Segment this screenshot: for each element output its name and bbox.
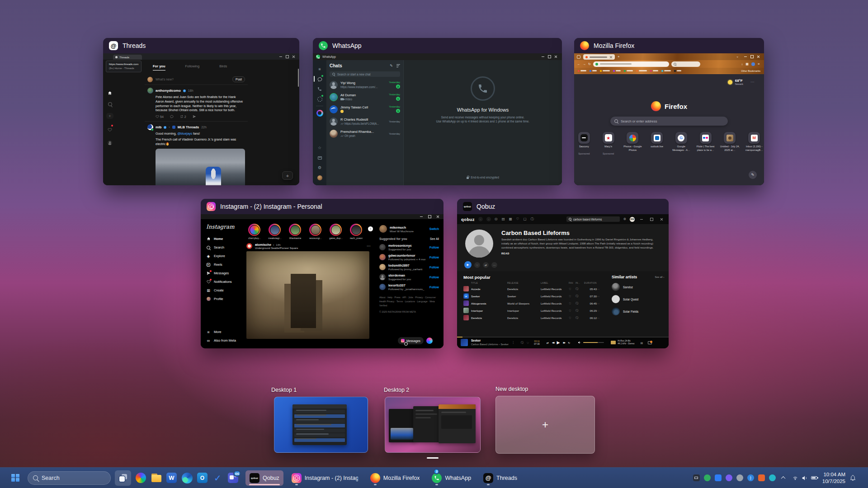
whatsapp-outline-logo bbox=[471, 76, 495, 101]
taskbar-app-threads[interactable]: @ Threads bbox=[479, 470, 521, 486]
notification-bell-icon[interactable] bbox=[849, 474, 856, 481]
window-thumbnail-qobuz[interactable]: qobuz Qobuz qobuz ‹ › ◎ ▤ ▦ ♡ ▢ ⓘ carbon… bbox=[457, 199, 669, 348]
task-view-button[interactable] bbox=[115, 470, 131, 486]
tray-app-icon-orange[interactable] bbox=[758, 474, 765, 481]
downloads-icon: ↓ bbox=[741, 62, 743, 66]
track-table-header: TITLE RELEASE LABEL FAV. IN… DURATION bbox=[463, 282, 606, 284]
reels-icon: ▶ bbox=[206, 263, 211, 267]
story-item: woosungi... bbox=[307, 223, 324, 239]
maximize-icon bbox=[749, 54, 755, 59]
browser-tab: Threads bbox=[113, 55, 142, 60]
avatar bbox=[330, 105, 338, 113]
info-icon: ⓘ bbox=[531, 217, 534, 221]
outlook-button[interactable]: O bbox=[197, 472, 208, 483]
favorites-icon: ♡ bbox=[516, 217, 519, 221]
album-art bbox=[463, 300, 469, 306]
tab-url: https://www.threads.com bbox=[109, 62, 138, 66]
instagram-right-panel: mikemuchMixel W Muchmore Switch Suggeste… bbox=[374, 219, 443, 348]
volume-icon bbox=[802, 475, 808, 481]
messages-floating-button: Messages bbox=[398, 337, 424, 344]
unread-badge: 1 bbox=[396, 97, 400, 101]
battery-icon bbox=[811, 476, 817, 480]
repost-count: 2 bbox=[184, 115, 186, 118]
qobuz-wordmark: qobuz bbox=[461, 217, 475, 222]
taskbar-app-firefox[interactable]: Mozilla Firefox bbox=[366, 470, 424, 486]
taskbar-app-whatsapp[interactable]: 3 WhatsApp bbox=[428, 470, 475, 486]
meta-icon: ∞ bbox=[206, 338, 211, 343]
taskbar-app-instagram[interactable]: Instagram - (2) Instagra bbox=[288, 470, 362, 486]
window-title: Qobuz bbox=[476, 203, 495, 210]
tab-title-line: (9+) Home - Threads bbox=[109, 66, 138, 70]
read-receipt-icon bbox=[340, 134, 343, 137]
instagram-wordmark: Instagram bbox=[206, 224, 240, 230]
track-row: Accede Derelicts Leftfield Records ♡ ⓘ 0… bbox=[463, 285, 606, 292]
more-button: ⋯ bbox=[491, 262, 497, 268]
tray-app-icon-gray[interactable] bbox=[736, 474, 743, 481]
player-bar: Seeker Carbon Based Lifeforms – Seeker ⋮… bbox=[457, 337, 669, 348]
edge-button[interactable] bbox=[181, 472, 193, 483]
tray-app-icon-purple[interactable] bbox=[726, 474, 732, 481]
search-input[interactable] bbox=[42, 475, 96, 481]
todo-button[interactable]: ✓ bbox=[212, 472, 223, 483]
search-engine-icon bbox=[595, 63, 598, 66]
window-thumbnail-instagram[interactable]: Instagram - (2) Instagram - Personal Ins… bbox=[201, 199, 443, 348]
empty-title: WhatsApp for Windows bbox=[457, 107, 509, 113]
window-thumbnail-whatsapp[interactable]: WhatsApp WhatsApp ≡ bbox=[313, 38, 562, 185]
repost-icon bbox=[180, 115, 184, 118]
chat-list-item: Yiyi Wonghttps://www.instagram.com/... Y… bbox=[330, 79, 400, 91]
firefox-icon bbox=[580, 41, 589, 50]
follow-link: Follow bbox=[429, 246, 439, 249]
tray-app-icon-blue[interactable] bbox=[715, 474, 722, 481]
desktop-2-thumbnail[interactable] bbox=[385, 397, 481, 453]
home-icon bbox=[207, 237, 211, 241]
shortcut-tile: ★Macy'sSponsored bbox=[599, 132, 618, 155]
window-thumbnail-firefox[interactable]: Mozilla Firefox + ⌄ ←→↻ bbox=[574, 38, 764, 185]
desktop-1-thumbnail[interactable] bbox=[274, 397, 368, 453]
tray-app-icon-teal[interactable] bbox=[769, 474, 776, 481]
word-button[interactable]: W bbox=[166, 472, 177, 483]
copilot-button[interactable] bbox=[135, 472, 146, 483]
taskbar-app-qobuz[interactable]: qobuz Qobuz bbox=[245, 470, 283, 486]
footer-copyright: © 2025 INSTAGRAM FROM META bbox=[379, 310, 439, 314]
suggestion-row: metrosonicnycSuggested for youFollow bbox=[379, 242, 439, 252]
desktop-1-label: Desktop 1 bbox=[271, 387, 297, 393]
window-title: Threads bbox=[123, 42, 146, 49]
volume-icon bbox=[578, 341, 581, 344]
weather-temp: 68°F bbox=[735, 79, 743, 83]
stories-next-icon: › bbox=[368, 226, 373, 231]
instagram-icon bbox=[292, 473, 302, 483]
desktop-2-label: Desktop 2 bbox=[384, 387, 409, 393]
teams-button[interactable]: 66 bbox=[227, 472, 239, 483]
qobuz-app-bar: qobuz ‹ › ◎ ▤ ▦ ♡ ▢ ⓘ carbon based lifef… bbox=[457, 214, 669, 224]
quick-settings-button[interactable] bbox=[791, 475, 818, 481]
follow-link: Follow bbox=[429, 286, 439, 289]
window-thumbnail-threads[interactable]: @ Threads Threads https://www.threads.co… bbox=[103, 38, 299, 185]
minimize-icon bbox=[742, 54, 749, 59]
clock[interactable]: 10:04 AM 10/7/2025 bbox=[822, 471, 845, 485]
story-item: lilliankastra bbox=[287, 223, 303, 239]
tray-app-icon-green[interactable] bbox=[704, 474, 711, 481]
maximize-icon bbox=[426, 215, 433, 219]
chat-search-input: Search or start a new chat bbox=[330, 71, 400, 77]
tray-overflow-button[interactable] bbox=[780, 476, 787, 479]
file-explorer-button[interactable] bbox=[151, 472, 162, 483]
start-button[interactable] bbox=[7, 470, 24, 486]
story-item: meakstagr... bbox=[267, 223, 283, 239]
tray-display-icon[interactable] bbox=[693, 474, 700, 481]
extensions-icon: ▦ bbox=[745, 62, 749, 66]
firefox-tab-bar: + ⌄ bbox=[574, 53, 764, 60]
track-row: Interloper Interloper Leftfield Records … bbox=[463, 307, 606, 314]
address-bar bbox=[593, 61, 669, 67]
post-time: 14h bbox=[276, 243, 280, 246]
desktop-1-window-preview bbox=[292, 404, 347, 445]
messages-icon bbox=[401, 339, 405, 343]
settings-icon: ⚙ bbox=[313, 163, 326, 173]
search-icon bbox=[674, 63, 676, 66]
taskbar-search[interactable] bbox=[28, 471, 111, 485]
new-desktop-button[interactable]: + bbox=[495, 396, 595, 454]
threads-icon: @ bbox=[109, 41, 118, 50]
new-thread-icon: + bbox=[106, 113, 113, 119]
notifications-icon bbox=[206, 280, 211, 284]
starred-icon: ☆ bbox=[313, 143, 326, 153]
tray-bluetooth-icon[interactable]: ᛒ bbox=[747, 474, 754, 481]
